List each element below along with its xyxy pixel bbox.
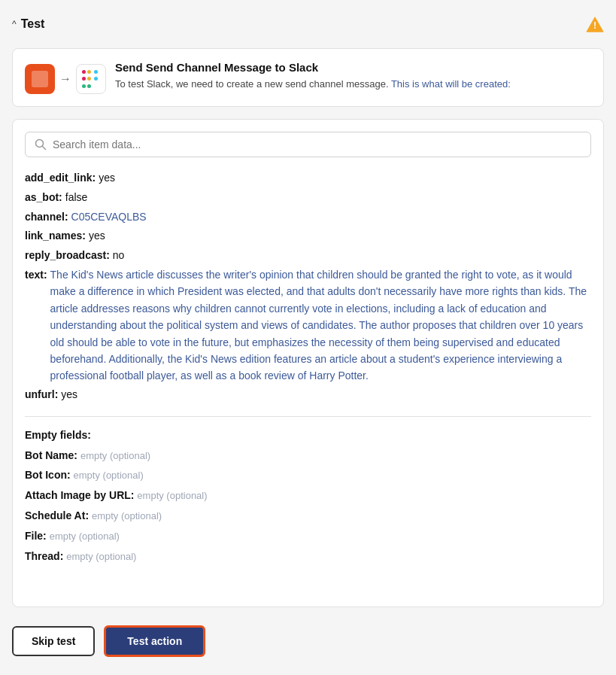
empty-field-file: File: empty (optional)	[25, 528, 591, 545]
header: ^ Test !	[12, 12, 604, 36]
svg-rect-2	[82, 77, 86, 81]
section-divider	[25, 416, 591, 417]
svg-text:!: !	[593, 20, 596, 31]
search-icon	[35, 138, 47, 151]
empty-field-schedule-at: Schedule At: empty (optional)	[25, 507, 591, 524]
svg-rect-1	[32, 71, 48, 87]
empty-field-bot-icon: Bot Icon: empty (optional)	[25, 467, 591, 484]
svg-line-11	[43, 147, 46, 150]
svg-rect-9	[82, 84, 86, 88]
svg-rect-5	[87, 77, 91, 81]
empty-field-bot-name: Bot Name: empty (optional)	[25, 447, 591, 464]
svg-rect-6	[87, 84, 91, 88]
search-input[interactable]	[53, 138, 581, 151]
search-bar[interactable]	[25, 132, 591, 157]
svg-rect-4	[87, 70, 91, 74]
field-channel: channel: C05CEVAQLBS	[25, 208, 591, 227]
field-link-names: link_names: yes	[25, 227, 591, 245]
main-card: add_edit_link: yes as_bot: false channel…	[12, 119, 604, 607]
fields-section: add_edit_link: yes as_bot: false channel…	[25, 169, 591, 404]
chevron-up-icon: ^	[12, 19, 17, 29]
svg-rect-7	[94, 77, 98, 81]
arrow-right-icon: →	[59, 72, 71, 86]
integration-title: Send Send Channel Message to Slack	[115, 61, 511, 74]
field-reply-broadcast: reply_broadcast: no	[25, 247, 591, 265]
svg-rect-8	[94, 70, 98, 74]
skip-test-button[interactable]: Skip test	[12, 626, 95, 656]
integration-header: → Send Send Channel Message to Slack T	[12, 48, 604, 107]
integration-link[interactable]: This is what will be created:	[391, 78, 511, 90]
text-value: The Kid's News article discusses the wri…	[50, 266, 591, 385]
empty-field-thread: Thread: empty (optional)	[25, 548, 591, 565]
page-title: Test	[21, 17, 45, 31]
empty-field-attach-image: Attach Image by URL: empty (optional)	[25, 487, 591, 504]
warning-icon: !	[586, 15, 604, 33]
integration-icons: →	[25, 64, 106, 94]
page-container: ^ Test ! →	[0, 0, 616, 675]
header-left: ^ Test	[12, 17, 44, 31]
source-app-icon	[25, 64, 55, 94]
field-unfurl: unfurl: yes	[25, 386, 591, 404]
integration-description: To test Slack, we need to create a new s…	[115, 77, 511, 92]
empty-fields-title: Empty fields:	[25, 429, 591, 441]
field-text: text: The Kid's News article discusses t…	[25, 266, 591, 385]
field-add-edit-link: add_edit_link: yes	[25, 169, 591, 187]
test-action-button[interactable]: Test action	[104, 625, 205, 657]
integration-text: Send Send Channel Message to Slack To te…	[115, 61, 511, 92]
slack-app-icon	[76, 64, 106, 94]
svg-rect-3	[82, 70, 86, 74]
bottom-buttons: Skip test Test action	[12, 619, 604, 663]
empty-fields-section: Empty fields: Bot Name: empty (optional)…	[25, 429, 591, 565]
field-as-bot: as_bot: false	[25, 189, 591, 207]
